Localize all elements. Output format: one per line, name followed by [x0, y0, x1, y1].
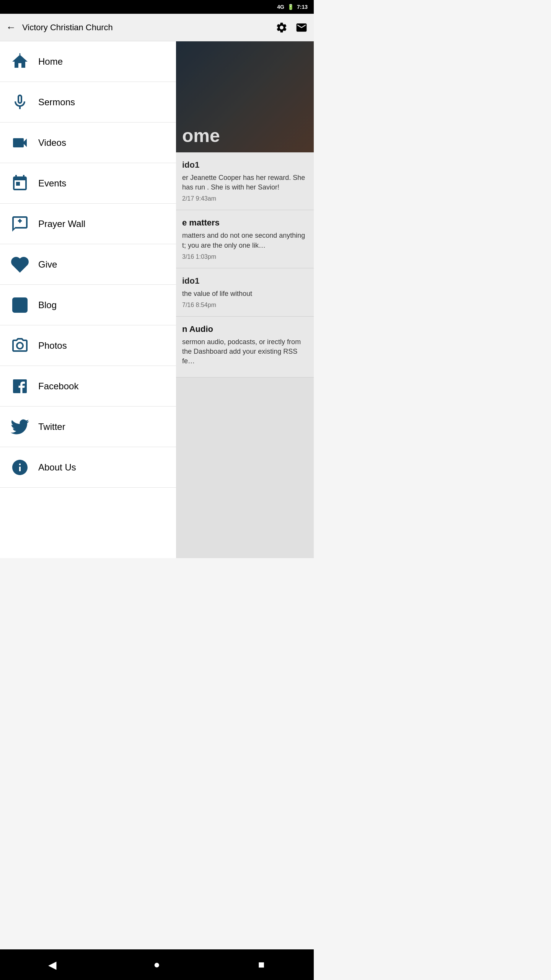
content-item-4: n Audio sermon audio, podcasts, or irect…	[176, 317, 314, 377]
settings-icon[interactable]	[276, 21, 288, 34]
hero-text: ome	[182, 125, 220, 146]
microphone-icon	[9, 91, 31, 113]
background-content: ome ido1 er Jeanette Cooper has her rewa…	[176, 41, 314, 558]
menu-item-blog[interactable]: Blog	[0, 285, 176, 325]
about-us-label: About Us	[38, 462, 76, 473]
battery-icon: 🔋	[287, 4, 294, 10]
videos-label: Videos	[38, 137, 66, 148]
menu-item-give[interactable]: Give	[0, 244, 176, 285]
heart-icon	[9, 254, 31, 275]
facebook-icon	[9, 376, 31, 397]
content-text-3: the value of life without	[182, 289, 308, 299]
blog-label: Blog	[38, 300, 57, 310]
app-title: Victory Christian Church	[22, 23, 276, 33]
main-container: Home Sermons Videos	[0, 41, 314, 558]
menu-item-about-us[interactable]: About Us	[0, 447, 176, 488]
menu-item-twitter[interactable]: Twitter	[0, 407, 176, 447]
content-text-4: sermon audio, podcasts, or irectly from …	[182, 337, 308, 366]
prayer-icon	[9, 213, 31, 235]
content-item-3: ido1 the value of life without 7/16 8:54…	[176, 268, 314, 317]
menu-item-videos[interactable]: Videos	[0, 122, 176, 163]
calendar-icon	[9, 173, 31, 194]
give-label: Give	[38, 259, 57, 270]
content-text-1: er Jeanette Cooper has her reward. She h…	[182, 173, 308, 192]
home-label: Home	[38, 56, 63, 67]
video-icon	[9, 132, 31, 154]
info-icon	[9, 457, 31, 478]
time-display: 7:13	[297, 4, 308, 10]
twitter-label: Twitter	[38, 421, 65, 432]
blog-icon	[9, 294, 31, 316]
photos-label: Photos	[38, 340, 67, 351]
status-bar: 4G 🔋 7:13	[0, 0, 314, 14]
home-icon	[9, 51, 31, 72]
menu-item-prayer-wall[interactable]: Prayer Wall	[0, 204, 176, 244]
content-date-1: 2/17 9:43am	[182, 195, 308, 202]
content-list: ido1 er Jeanette Cooper has her reward. …	[176, 152, 314, 377]
back-button[interactable]: ←	[6, 21, 16, 33]
twitter-icon	[9, 416, 31, 438]
navigation-drawer: Home Sermons Videos	[0, 41, 176, 558]
mail-icon[interactable]	[295, 21, 308, 34]
content-item-1: ido1 er Jeanette Cooper has her reward. …	[176, 152, 314, 210]
signal-strength: 4G	[277, 4, 284, 10]
menu-item-sermons[interactable]: Sermons	[0, 82, 176, 122]
content-id-3: ido1	[182, 276, 308, 286]
content-id-1: ido1	[182, 160, 308, 170]
menu-item-photos[interactable]: Photos	[0, 325, 176, 366]
camera-icon	[9, 335, 31, 356]
header-actions	[276, 21, 308, 34]
content-title-2: e matters	[182, 218, 308, 228]
hero-banner: ome	[176, 41, 314, 152]
sermons-label: Sermons	[38, 97, 75, 108]
prayer-wall-label: Prayer Wall	[38, 219, 85, 229]
events-label: Events	[38, 178, 66, 189]
menu-item-facebook[interactable]: Facebook	[0, 366, 176, 407]
content-item-2: e matters matters and do not one second …	[176, 210, 314, 268]
facebook-label: Facebook	[38, 381, 78, 392]
app-header: ← Victory Christian Church	[0, 14, 314, 41]
menu-item-events[interactable]: Events	[0, 163, 176, 204]
content-text-2: matters and do not one second anything t…	[182, 231, 308, 250]
content-title-4: n Audio	[182, 324, 308, 334]
menu-item-home[interactable]: Home	[0, 41, 176, 82]
content-date-2: 3/16 1:03pm	[182, 253, 308, 260]
content-date-3: 7/16 8:54pm	[182, 302, 308, 309]
